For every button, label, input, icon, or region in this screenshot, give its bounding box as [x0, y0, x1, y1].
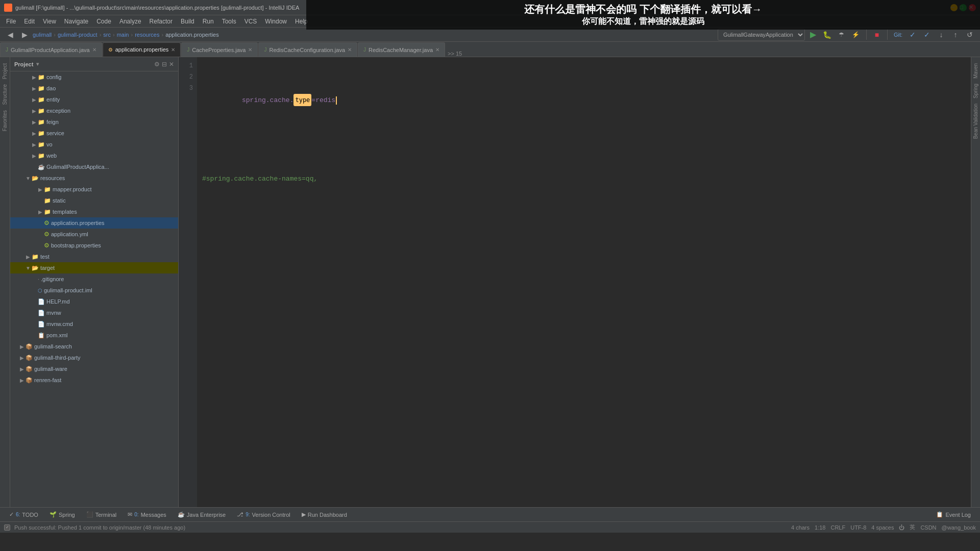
tree-item-static[interactable]: ▶ 📁 static [10, 195, 178, 206]
status-position[interactable]: 1:18 [815, 524, 825, 531]
tab-redis-cache-manager[interactable]: J RedisCacheManager.java ✕ [358, 42, 445, 57]
menu-view[interactable]: View [39, 17, 60, 26]
bottom-tab-event-log[interactable]: 📋 Event Log [931, 510, 976, 519]
git-push[interactable]: ↑ [949, 29, 962, 41]
menu-code[interactable]: Code [92, 17, 115, 26]
tree-item-bootstrap-properties[interactable]: ▶ ⚙ bootstrap.properties [10, 240, 178, 251]
tree-item-application-properties[interactable]: ▶ ⚙ application.properties [10, 217, 178, 229]
git-checkmark2[interactable]: ✓ [921, 29, 933, 41]
project-dropdown-arrow[interactable]: ▾ [36, 61, 39, 67]
nav-forward-button[interactable]: ▶ [18, 29, 31, 41]
run-button[interactable]: ▶ [807, 29, 819, 41]
maximize-button[interactable]: □ [960, 4, 967, 11]
tab-redis-cache-configuration[interactable]: J RedisCacheConfiguration.java ✕ [258, 42, 357, 57]
tree-item-resources[interactable]: ▼ 📂 resources [10, 172, 178, 184]
tab-close-button[interactable]: ✕ [248, 47, 252, 53]
tab-close-button[interactable]: ✕ [348, 47, 352, 53]
git-revert[interactable]: ↺ [964, 29, 976, 41]
tree-item-application-yml[interactable]: ▶ ⚙ application.yml [10, 229, 178, 240]
bottom-tab-terminal[interactable]: ⬛ Terminal [81, 510, 122, 519]
tab-cache-properties[interactable]: J CacheProperties.java ✕ [181, 42, 258, 57]
breadcrumb-resources[interactable]: resources [135, 32, 159, 38]
menu-help[interactable]: Help [291, 17, 312, 26]
bottom-tab-version-control[interactable]: ⎇ 9: Version Control [232, 510, 296, 519]
menu-file[interactable]: File [2, 17, 20, 26]
breadcrumb-main[interactable]: main [117, 32, 129, 38]
tree-item-gulimall-ware[interactable]: ▶ 📦 gulimall-ware [10, 363, 178, 374]
tree-item-gulimall-third-party[interactable]: ▶ 📦 gulimall-third-party [10, 352, 178, 363]
tree-item-renren-fast[interactable]: ▶ 📦 renren-fast [10, 374, 178, 386]
tree-item-gitignore[interactable]: ▶ · .gitignore [10, 273, 178, 285]
right-tab-bean-validation[interactable]: Bean Validation [972, 102, 979, 141]
tree-item-target[interactable]: ▼ 📂 target [10, 262, 178, 273]
tab-gulimall-product-application[interactable]: J GulimallProductApplication.java ✕ [0, 42, 102, 57]
debug-button[interactable]: 🐛 [821, 29, 834, 41]
tree-item-dao[interactable]: ▶ 📁 dao [10, 83, 178, 94]
left-tab-favorites[interactable]: Favorites [1, 108, 9, 133]
left-tab-structure[interactable]: Structure [1, 82, 9, 107]
tree-item-service[interactable]: ▶ 📁 service [10, 128, 178, 139]
tree-item-vo[interactable]: ▶ 📁 vo [10, 139, 178, 150]
status-indent[interactable]: 4 spaces [871, 524, 894, 531]
tree-item-web[interactable]: ▶ 📁 web [10, 150, 178, 161]
bottom-tab-run-dashboard[interactable]: ▶ Run Dashboard [297, 510, 352, 519]
tab-close-button[interactable]: ✕ [171, 47, 175, 53]
status-line-ending[interactable]: CRLF [830, 524, 845, 531]
status-chars[interactable]: 4 chars [791, 524, 810, 531]
run-config-dropdown[interactable]: GulimallGatewayApplication [718, 29, 805, 41]
breadcrumb-src[interactable]: src [103, 32, 111, 38]
tab-close-button[interactable]: ✕ [92, 47, 96, 53]
window-controls[interactable]: ─ □ ✕ [950, 4, 976, 11]
git-update[interactable]: ↓ [935, 29, 947, 41]
tree-item-mvnw-cmd[interactable]: ▶ 📄 mvnw.cmd [10, 318, 178, 330]
tree-item-pom-xml[interactable]: ▶ 📋 pom.xml [10, 330, 178, 341]
minimize-button[interactable]: ─ [950, 4, 958, 11]
code-content[interactable]: spring.cache.type=redis #spring.cache.ca… [197, 57, 971, 507]
tree-item-templates[interactable]: ▶ 📁 templates [10, 206, 178, 217]
tree-item-entity[interactable]: ▶ 📁 entity [10, 94, 178, 105]
tree-item-app-java[interactable]: ☕ GulimallProductApplica... [10, 161, 178, 172]
tree-item-iml[interactable]: ▶ ⬡ gulimall-product.iml [10, 285, 178, 296]
breadcrumb-product[interactable]: gulimall-product [58, 32, 97, 38]
tree-item-test[interactable]: ▶ 📁 test [10, 251, 178, 262]
tree-item-gulimall-search[interactable]: ▶ 📦 gulimall-search [10, 341, 178, 352]
menu-refactor[interactable]: Refactor [145, 17, 177, 26]
right-tab-spring[interactable]: Spring [972, 82, 979, 101]
tree-item-exception[interactable]: ▶ 📁 exception [10, 105, 178, 116]
tree-item-feign[interactable]: ▶ 📁 feign [10, 116, 178, 128]
bottom-tab-java-enterprise[interactable]: ☕ Java Enterprise [173, 510, 231, 519]
tab-application-properties[interactable]: ⚙ application.properties ✕ [103, 42, 181, 57]
project-settings-button[interactable]: ⚙ [154, 61, 160, 68]
nav-back-button[interactable]: ◀ [4, 29, 16, 41]
menu-analyze[interactable]: Analyze [115, 17, 145, 26]
right-tab-maven[interactable]: Maven [972, 61, 979, 81]
bottom-tab-spring[interactable]: 🌱 Spring [44, 510, 80, 519]
menu-vcs[interactable]: VCS [240, 17, 261, 26]
tree-item-config[interactable]: ▶ 📁 config [10, 71, 178, 83]
left-tab-project[interactable]: Project [1, 61, 9, 81]
menu-edit[interactable]: Edit [20, 17, 39, 26]
status-lang[interactable]: 英 [910, 523, 915, 531]
menu-navigate[interactable]: Navigate [60, 17, 92, 26]
tree-item-help-md[interactable]: ▶ 📄 HELP.md [10, 296, 178, 307]
tree-item-mvnw[interactable]: ▶ 📄 mvnw [10, 307, 178, 318]
push-checkbox[interactable]: ✓ [4, 524, 10, 531]
code-editor[interactable]: 1 2 3 spring.cache.type=redis #spring.ca… [179, 57, 971, 507]
status-power[interactable]: ⏻ [899, 524, 904, 531]
close-button[interactable]: ✕ [969, 4, 976, 11]
menu-window[interactable]: Window [261, 17, 291, 26]
status-encoding[interactable]: UTF-8 [850, 524, 866, 531]
project-close-button[interactable]: ✕ [169, 61, 174, 68]
menu-run[interactable]: Run [199, 17, 218, 26]
coverage-button[interactable]: ☂ [836, 29, 848, 41]
git-checkmark[interactable]: ✓ [906, 29, 919, 41]
breadcrumb-gulimall[interactable]: gulimall [33, 32, 52, 38]
project-collapse-button[interactable]: ⊟ [162, 61, 167, 68]
bottom-tab-todo[interactable]: ✓ 6: TODO [4, 510, 43, 519]
breadcrumb-file[interactable]: application.properties [165, 32, 219, 38]
tree-item-mapper-product[interactable]: ▶ 📁 mapper.product [10, 184, 178, 195]
bottom-tab-messages[interactable]: ✉ 0: Messages [122, 510, 171, 519]
tab-overflow[interactable]: >> 15 [448, 51, 462, 57]
menu-tools[interactable]: Tools [218, 17, 240, 26]
profile-button[interactable]: ⚡ [850, 29, 862, 41]
